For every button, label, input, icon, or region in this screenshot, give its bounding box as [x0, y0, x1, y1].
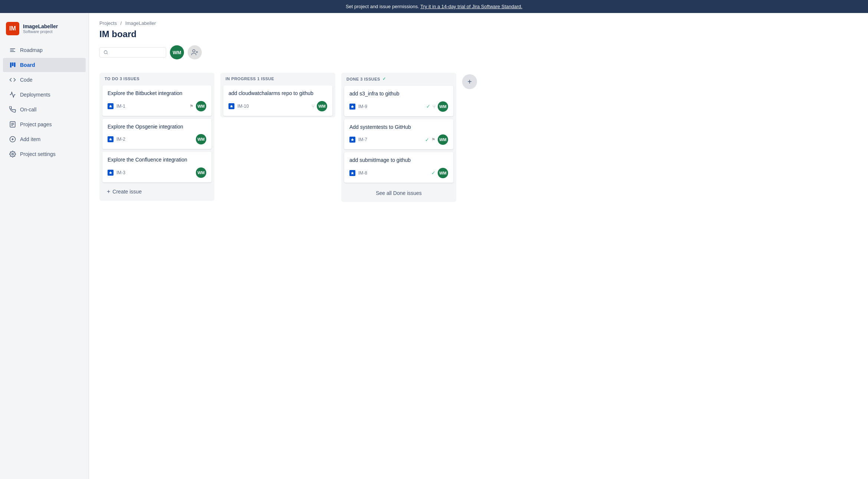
card-meta: IM-9 ✓ ⑂ WM: [349, 101, 448, 112]
plus-icon: +: [107, 188, 110, 195]
roadmap-icon: [9, 46, 16, 54]
card-title: Explore the Bitbucket integration: [108, 90, 206, 97]
branch-icon: ⑂: [433, 104, 435, 110]
add-column-button[interactable]: +: [462, 74, 477, 89]
card-meta: IM-10 ⑂ WM: [228, 101, 327, 111]
see-all-done-link[interactable]: See all Done issues: [341, 184, 456, 202]
issue-type-icon: [108, 170, 114, 176]
svg-point-14: [104, 50, 107, 53]
svg-rect-4: [12, 62, 14, 66]
card-IM-2[interactable]: Explore the Opsgenie integration IM-2 WM: [102, 119, 211, 149]
breadcrumb-separator: /: [121, 20, 122, 26]
oncall-icon: [9, 106, 16, 113]
settings-icon: [9, 150, 16, 158]
card-title: add cloudwatchalarms repo to github: [228, 90, 327, 97]
column-header-done: DONE 3 ISSUES ✓: [341, 73, 456, 84]
card-id: IM-3: [116, 170, 125, 175]
card-meta: IM-2 WM: [108, 134, 206, 144]
sidebar-item-roadmap[interactable]: Roadmap: [3, 43, 86, 57]
svg-rect-5: [14, 62, 16, 67]
toolbar: WM: [99, 45, 858, 59]
flag-icon: ⚑: [431, 137, 435, 142]
card-IM-1[interactable]: Explore the Bitbucket integration IM-1 ⚑: [102, 85, 211, 116]
card-id: IM-8: [358, 170, 367, 176]
issue-type-icon: [349, 104, 355, 110]
sidebar-item-add-item-label: Add item: [20, 136, 40, 142]
card-avatar: WM: [317, 101, 327, 111]
sidebar-nav: Roadmap Board Code Deploym: [0, 43, 89, 162]
green-check-icon: ✓: [425, 137, 429, 143]
card-IM-9[interactable]: add s3_infra to github IM-9 ✓ ⑂: [344, 86, 453, 116]
card-title: Add systemtests to GitHub: [349, 124, 448, 131]
sidebar-item-project-pages-label: Project pages: [20, 121, 52, 127]
column-footer-todo: + Create issue: [99, 184, 214, 201]
branch-icon: ⑂: [312, 103, 315, 109]
column-todo: TO DO 3 ISSUES Explore the Bitbucket int…: [99, 73, 214, 201]
issue-type-icon: [108, 103, 114, 109]
search-box[interactable]: [99, 47, 166, 58]
breadcrumb-projects[interactable]: Projects: [99, 20, 117, 26]
card-IM-8[interactable]: add submitImage to github IM-8 ✓ WM: [344, 152, 453, 183]
sidebar-item-board-label: Board: [20, 62, 35, 68]
card-IM-7[interactable]: Add systemtests to GitHub IM-7 ✓ ⚑: [344, 119, 453, 150]
search-input[interactable]: [110, 49, 162, 55]
column-cards-todo: Explore the Bitbucket integration IM-1 ⚑: [99, 84, 214, 184]
card-IM-3[interactable]: Explore the Confluence integration IM-3 …: [102, 152, 211, 182]
svg-point-16: [193, 50, 195, 52]
deployments-icon: [9, 91, 16, 98]
sidebar: IM ImageLabeller Software project Roadma…: [0, 13, 89, 479]
card-avatar: WM: [196, 167, 206, 178]
board-icon: [9, 61, 16, 69]
column-title-inprogress: IN PROGRESS 1 ISSUE: [226, 76, 274, 81]
card-id: IM-10: [237, 104, 249, 109]
card-title: Explore the Confluence integration: [108, 156, 206, 164]
banner-text: Set project and issue permissions.: [346, 4, 419, 9]
card-meta: IM-7 ✓ ⚑ WM: [349, 134, 448, 145]
banner-link[interactable]: Try it in a 14-day trial of Jira Softwar…: [420, 4, 522, 9]
sidebar-item-project-pages[interactable]: Project pages: [3, 117, 86, 131]
add-people-button[interactable]: [188, 45, 202, 59]
sidebar-item-oncall-label: On-call: [20, 107, 36, 113]
column-header-todo: TO DO 3 ISSUES: [99, 73, 214, 84]
page-title: IM board: [99, 29, 858, 39]
issue-type-icon: [349, 137, 355, 143]
card-title: add submitImage to github: [349, 157, 448, 164]
card-meta: IM-3 WM: [108, 167, 206, 178]
sidebar-item-project-settings[interactable]: Project settings: [3, 147, 86, 161]
top-banner: Set project and issue permissions. Try i…: [0, 0, 868, 13]
issue-type-icon: [228, 103, 234, 109]
card-avatar: WM: [196, 134, 206, 144]
done-checkmark-icon: ✓: [382, 76, 386, 81]
svg-rect-3: [10, 62, 11, 68]
breadcrumb-project[interactable]: ImageLabeller: [125, 20, 156, 26]
column-title-done: DONE 3 ISSUES: [346, 77, 380, 81]
column-header-inprogress: IN PROGRESS 1 ISSUE: [220, 73, 335, 84]
card-title: add s3_infra to github: [349, 90, 448, 98]
sidebar-item-board[interactable]: Board: [3, 58, 86, 72]
issue-type-icon: [108, 136, 114, 142]
green-check-icon: ✓: [431, 170, 435, 176]
card-avatar: WM: [438, 134, 448, 145]
sidebar-project: IM ImageLabeller Software project: [0, 19, 89, 43]
card-avatar: WM: [438, 101, 448, 112]
svg-point-13: [12, 153, 14, 155]
sidebar-item-roadmap-label: Roadmap: [20, 47, 43, 53]
project-name: ImageLabeller: [23, 23, 58, 29]
card-IM-10[interactable]: add cloudwatchalarms repo to github IM-1…: [223, 85, 332, 116]
sidebar-item-code[interactable]: Code: [3, 73, 86, 87]
main-content: Projects / ImageLabeller IM board WM: [89, 13, 868, 479]
sidebar-item-add-item[interactable]: Add item: [3, 132, 86, 146]
code-icon: [9, 76, 16, 84]
card-id: IM-7: [358, 137, 367, 142]
sidebar-item-deployments[interactable]: Deployments: [3, 88, 86, 102]
create-issue-button[interactable]: + Create issue: [105, 187, 209, 196]
create-issue-label: Create issue: [112, 189, 142, 195]
column-inprogress: IN PROGRESS 1 ISSUE add cloudwatchalarms…: [220, 73, 335, 117]
sidebar-item-project-settings-label: Project settings: [20, 151, 56, 157]
project-type: Software project: [23, 29, 58, 34]
current-user-avatar[interactable]: WM: [170, 45, 184, 59]
main-header: Projects / ImageLabeller IM board WM: [89, 13, 868, 65]
sidebar-item-oncall[interactable]: On-call: [3, 102, 86, 117]
search-icon: [103, 50, 108, 55]
board-area: TO DO 3 ISSUES Explore the Bitbucket int…: [89, 65, 868, 479]
